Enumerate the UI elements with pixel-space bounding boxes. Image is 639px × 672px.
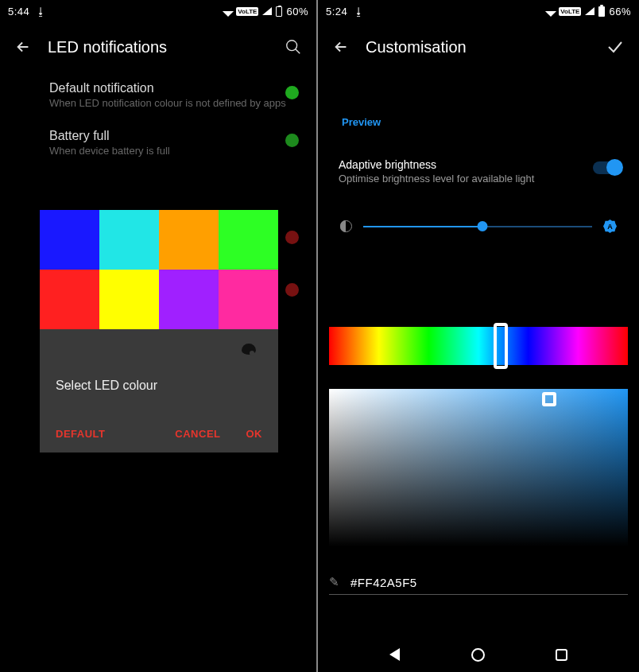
page-header: LED notifications [0, 22, 316, 72]
page-title: Customisation [366, 38, 590, 56]
download-icon: ⭳ [354, 6, 365, 17]
color-swatch-purple[interactable] [159, 270, 219, 329]
hue-thumb[interactable] [494, 323, 508, 369]
clock: 5:44 [8, 6, 29, 17]
setting-battery-full[interactable]: Battery full When device battery is full [0, 119, 316, 167]
status-bar: 5:44 ⭳ VoLTE 60% [0, 0, 316, 22]
adaptive-brightness-setting[interactable]: Adaptive brightness Optimise brightness … [318, 158, 639, 185]
color-swatch-green[interactable] [219, 210, 278, 270]
saturation-value-panel[interactable] [329, 389, 628, 546]
slider-thumb[interactable] [477, 221, 487, 231]
slider-track[interactable] [363, 226, 592, 227]
color-swatch-orange[interactable] [159, 210, 219, 270]
wifi-icon [223, 6, 234, 17]
color-swatch-pink[interactable] [219, 270, 278, 329]
nav-bar [318, 637, 639, 672]
battery-pct: 60% [286, 6, 308, 17]
eyedropper-icon[interactable]: ✎ [329, 575, 339, 589]
page-title: LED notifications [48, 38, 269, 56]
wifi-icon [545, 6, 556, 17]
led-color-dot [285, 231, 299, 244]
back-icon[interactable] [14, 38, 32, 56]
battery-icon [276, 6, 282, 17]
phone-led: 5:44 ⭳ VoLTE 60% LED notifications Defau… [0, 0, 316, 672]
color-picker-dialog: Select LED colour DEFAULT CANCEL OK [40, 210, 278, 453]
color-swatch-blue[interactable] [40, 210, 99, 270]
phone-customisation: 5:24 ⭳ VoLTE 66% Customisation Preview A… [318, 0, 639, 672]
setting-sub: Optimise brightness level for available … [339, 173, 618, 185]
color-swatch-cyan[interactable] [99, 210, 159, 270]
clock: 5:24 [326, 6, 347, 17]
color-swatch-yellow[interactable] [99, 270, 159, 329]
nav-home-icon[interactable] [471, 648, 485, 662]
search-icon[interactable] [285, 38, 302, 56]
led-color-dot [285, 86, 299, 99]
brightness-slider[interactable]: A [318, 185, 639, 268]
default-button[interactable]: DEFAULT [56, 428, 105, 440]
palette-icon[interactable] [242, 344, 256, 355]
cancel-button[interactable]: CANCEL [175, 428, 220, 440]
preview-button[interactable]: Preview [318, 72, 639, 158]
hue-slider[interactable] [329, 327, 628, 365]
setting-default-notification[interactable]: Default notification When LED notificati… [0, 72, 316, 119]
page-header: Customisation [318, 22, 639, 72]
back-icon[interactable] [332, 38, 350, 56]
color-swatch-red[interactable] [40, 270, 99, 329]
ok-button[interactable]: OK [246, 428, 263, 440]
adaptive-brightness-toggle[interactable] [593, 161, 620, 174]
nav-back-icon[interactable] [389, 648, 400, 661]
auto-brightness-icon[interactable]: A [603, 219, 617, 233]
battery-pct: 66% [609, 6, 631, 17]
hex-value[interactable]: #FF42A5F5 [350, 576, 417, 589]
hex-input[interactable]: ✎ #FF42A5F5 [329, 575, 628, 595]
brightness-low-icon [340, 220, 352, 232]
signal-icon [585, 7, 594, 15]
download-icon: ⭳ [36, 6, 47, 17]
sv-thumb[interactable] [542, 392, 556, 406]
status-bar: 5:24 ⭳ VoLTE 66% [318, 0, 639, 22]
volte-badge: VoLTE [236, 7, 258, 16]
led-color-dot [285, 283, 299, 297]
svg-point-0 [287, 41, 297, 51]
setting-label: Adaptive brightness [339, 158, 618, 171]
confirm-icon[interactable] [606, 37, 625, 56]
setting-sub: When LED notification colour is not defi… [49, 97, 300, 110]
signal-icon [262, 7, 272, 15]
setting-label: Battery full [49, 129, 300, 143]
setting-label: Default notification [49, 81, 300, 95]
volte-badge: VoLTE [559, 7, 581, 16]
battery-icon [598, 6, 605, 17]
setting-sub: When device battery is full [49, 145, 300, 157]
nav-recent-icon[interactable] [556, 649, 567, 661]
color-grid [40, 210, 278, 329]
dialog-title: Select LED colour [40, 369, 278, 420]
